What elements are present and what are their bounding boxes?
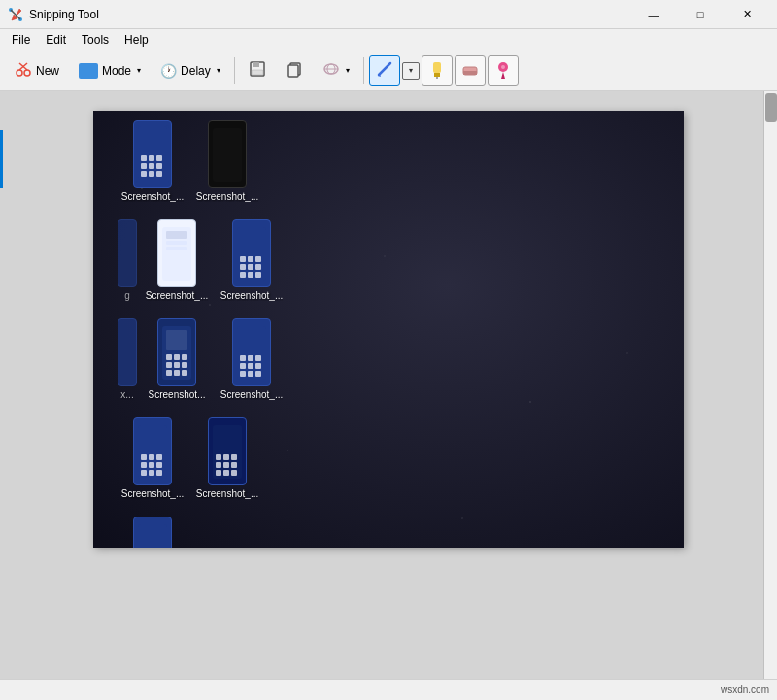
mode-icon <box>79 63 98 79</box>
svg-line-15 <box>379 63 390 75</box>
icon-thumbnail <box>208 417 247 485</box>
menu-tools[interactable]: Tools <box>74 31 117 49</box>
icon-thumbnail <box>232 219 271 287</box>
clock-icon: 🕐 <box>160 63 177 79</box>
icon-label: Screenshot_... <box>146 290 208 301</box>
status-bar: wsxdn.com <box>0 679 777 700</box>
list-item: g <box>118 219 137 301</box>
list-item: Screenshot_... <box>118 120 187 202</box>
icon-thumbnail <box>157 318 196 386</box>
scroll-thumb[interactable] <box>765 93 777 122</box>
icon-label: Screenshot_... <box>121 191 184 202</box>
color-icon <box>493 59 513 83</box>
minimize-button[interactable]: — <box>631 0 676 29</box>
pen-arrow-icon: ▾ <box>409 66 413 75</box>
highlighter-button[interactable] <box>422 55 453 86</box>
desktop-background: Screenshot_... Screenshot_... g <box>93 111 684 548</box>
scrollbar-right[interactable] <box>763 91 777 679</box>
icon-label: g <box>124 290 130 301</box>
icon-label: Screenshot_... <box>220 290 283 301</box>
app-icon <box>8 7 23 22</box>
left-marker <box>0 130 3 188</box>
eraser-button[interactable] <box>455 55 486 86</box>
scissors-icon <box>15 60 32 82</box>
separator-2 <box>363 57 364 84</box>
pen-options-button[interactable]: ▾ <box>402 62 420 80</box>
pen-tool-button[interactable] <box>369 55 400 86</box>
title-bar: Snipping Tool — □ ✕ <box>0 0 777 29</box>
svg-marker-23 <box>501 72 505 79</box>
send-caret: ▾ <box>346 66 350 75</box>
svg-rect-11 <box>288 65 298 77</box>
save-button[interactable] <box>240 55 275 86</box>
list-item: Screenshot_... <box>217 219 287 301</box>
highlighter-icon <box>427 59 447 83</box>
mode-button[interactable]: Mode ▾ <box>70 55 150 86</box>
icon-thumbnail <box>133 517 172 548</box>
svg-rect-17 <box>433 62 441 73</box>
delay-label: Delay <box>181 64 211 78</box>
mode-label: Mode <box>102 64 131 78</box>
icon-label: Screenshot_... <box>196 488 258 499</box>
send-button[interactable]: ▾ <box>314 55 358 86</box>
icon-label: Screenshot_... <box>220 389 283 400</box>
svg-point-3 <box>17 70 22 76</box>
separator-1 <box>234 57 235 84</box>
snip-canvas: Screenshot_... Screenshot_... g <box>93 111 684 548</box>
save-icon <box>249 60 266 81</box>
eraser-icon <box>460 59 480 83</box>
icon-label: Screenshot_... <box>121 488 184 499</box>
copy-icon <box>286 60 303 81</box>
color-button[interactable] <box>488 55 519 86</box>
icon-row-1: Screenshot_... Screenshot_... <box>103 120 287 210</box>
content-area[interactable]: Screenshot_... Screenshot_... g <box>0 91 777 679</box>
icon-thumbnail <box>133 120 172 188</box>
title-bar-controls: — □ ✕ <box>631 0 769 29</box>
delay-button[interactable]: 🕐 Delay ▾ <box>152 55 229 86</box>
icon-thumbnail <box>232 318 271 386</box>
pen-icon <box>375 59 394 83</box>
list-item: Screenshot_... <box>217 318 287 400</box>
toolbar: New Mode ▾ 🕐 Delay ▾ <box>0 50 777 91</box>
icon-thumbnail <box>118 318 137 386</box>
icon-thumbnail <box>133 417 172 485</box>
icon-thumbnail <box>157 219 196 287</box>
delay-caret: ▾ <box>217 66 220 75</box>
icon-row-3: x... Screenshot... <box>103 318 287 408</box>
menu-help[interactable]: Help <box>117 31 156 49</box>
new-button[interactable]: New <box>6 55 68 86</box>
icon-row-4: Screenshot_... Screenshot_... <box>103 417 287 507</box>
svg-rect-21 <box>463 71 477 75</box>
list-item: Screenshot_... <box>118 517 187 548</box>
menu-file[interactable]: File <box>4 31 38 49</box>
icon-label: x... <box>120 389 133 400</box>
icon-thumbnail <box>208 120 247 188</box>
list-item: Screenshot... <box>142 318 212 400</box>
close-button[interactable]: ✕ <box>725 0 769 29</box>
menu-bar: File Edit Tools Help <box>0 29 777 50</box>
svg-point-4 <box>24 70 30 76</box>
menu-edit[interactable]: Edit <box>38 31 74 49</box>
new-label: New <box>36 64 59 78</box>
list-item: x... <box>118 318 137 400</box>
icon-row-2: g Screenshot_... <box>103 219 287 309</box>
icon-label: Screenshot_... <box>196 191 258 202</box>
mode-caret: ▾ <box>137 66 141 75</box>
svg-rect-18 <box>434 73 440 77</box>
list-item: Screenshot_... <box>192 120 262 202</box>
icon-thumbnail <box>118 219 137 287</box>
send-icon <box>322 60 340 81</box>
maximize-button[interactable]: □ <box>678 0 723 29</box>
svg-rect-8 <box>253 62 259 67</box>
icon-label: Screenshot... <box>149 389 206 400</box>
list-item: Screenshot_... <box>142 219 212 301</box>
copy-button[interactable] <box>277 55 312 86</box>
list-item: Screenshot_... <box>118 417 187 499</box>
icon-row-5: Screenshot_... <box>103 517 287 548</box>
list-item: Screenshot_... <box>192 417 262 499</box>
watermark-text: wsxdn.com <box>721 684 769 695</box>
window-title: Snipping Tool <box>29 8 631 21</box>
svg-rect-9 <box>252 70 263 75</box>
svg-point-24 <box>501 65 505 69</box>
